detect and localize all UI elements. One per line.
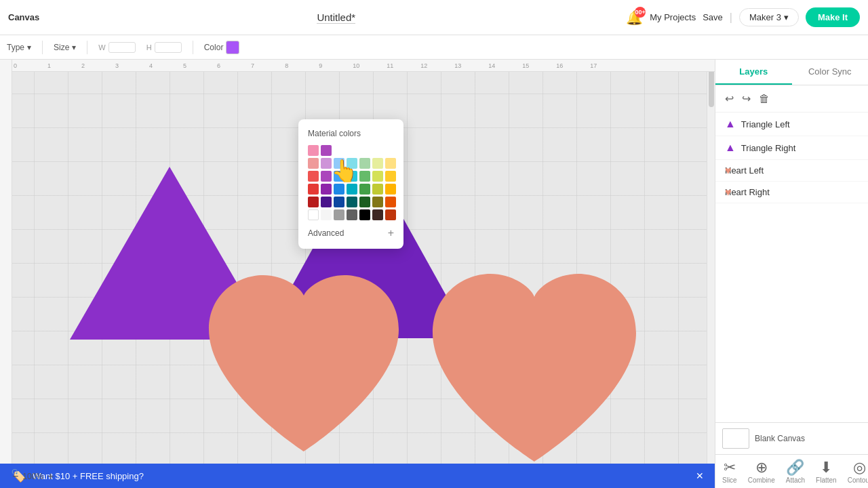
layer-item-heart-left[interactable]: ♥ Heart Left <box>715 160 868 182</box>
heart-icon: ♥ <box>725 186 732 199</box>
color-swatch-p200[interactable] <box>321 158 332 169</box>
color-picker-popup: Material colors <box>298 119 403 249</box>
width-input[interactable] <box>108 42 136 53</box>
combine-button[interactable]: ⊕ Combine <box>748 459 775 484</box>
color-swatch-c900[interactable] <box>347 197 357 207</box>
scrollbar-vertical-thumb[interactable] <box>709 66 714 107</box>
topbar: Canvas Untitled* 🔔 00+ My Projects Save … <box>0 0 868 35</box>
color-swatch-g900[interactable] <box>359 197 370 207</box>
color-swatch-l200[interactable] <box>372 158 383 169</box>
main-layout: 0 1 2 3 4 5 6 7 8 9 10 11 12 13 14 15 16… <box>0 60 868 488</box>
attach-button[interactable]: 🔗 Attach <box>786 459 805 484</box>
color-swatch-l400[interactable] <box>372 171 383 182</box>
make-it-button[interactable]: Make It <box>806 7 860 27</box>
bottom-toolbar: ✂ Slice ⊕ Combine 🔗 Attach ⬇ Flatten ◎ <box>715 454 868 488</box>
delete-button[interactable]: 🗑 <box>757 92 771 106</box>
height-input[interactable] <box>155 42 182 53</box>
layer-item-triangle-right[interactable]: ▲ Triangle Right <box>715 136 868 160</box>
width-label: W <box>98 43 105 52</box>
slice-button[interactable]: ✂ Slice <box>722 459 737 484</box>
color-swatch-g400[interactable] <box>359 171 370 182</box>
color-swatch-b900[interactable] <box>334 197 344 207</box>
heart-right-svg <box>412 262 656 479</box>
shape-heart-left[interactable] <box>195 262 412 474</box>
color-swatch-c200[interactable] <box>347 158 357 169</box>
color-swatch-p600[interactable] <box>321 184 332 195</box>
color-swatch-l900[interactable] <box>372 197 383 207</box>
color-swatch-r600[interactable] <box>308 184 319 195</box>
combine-label: Combine <box>748 476 775 484</box>
zoom-in-button[interactable]: + <box>47 470 54 483</box>
advanced-label: Advanced <box>308 228 344 238</box>
maker-select-button[interactable]: Maker 3 ▾ <box>739 8 799 26</box>
color-swatch-y400[interactable] <box>385 171 396 182</box>
add-color-button[interactable]: + <box>388 227 394 239</box>
zoom-out-button[interactable]: − <box>12 470 18 483</box>
scrollbar-vertical[interactable] <box>707 60 715 488</box>
color-swatch-c400[interactable] <box>347 171 357 182</box>
size-selector[interactable]: Size ▾ <box>54 43 76 52</box>
canvas-thumbnail[interactable]: Blank Canvas <box>715 422 868 454</box>
promo-banner[interactable]: 🏷️ Want $10 + FREE shipping? ✕ <box>0 464 715 488</box>
notifications-button[interactable]: 🔔 00+ <box>626 9 643 26</box>
color-swatch-o900[interactable] <box>385 197 396 207</box>
layer-label: Triangle Left <box>741 119 790 129</box>
canvas-thumb-preview <box>722 428 749 449</box>
width-input-group: W <box>98 42 135 53</box>
color-swatch-b200[interactable] <box>334 158 344 169</box>
promo-close-icon[interactable]: ✕ <box>696 470 704 481</box>
color-swatch-r400[interactable] <box>308 171 319 182</box>
color-swatch-purple[interactable] <box>321 145 332 156</box>
topbar-right: 🔔 00+ My Projects Save | Maker 3 ▾ Make … <box>626 7 860 27</box>
color-swatch-pink[interactable] <box>308 145 319 156</box>
color-swatch-g600[interactable] <box>359 184 370 195</box>
color-swatch-y600[interactable] <box>385 184 396 195</box>
flatten-button[interactable]: ⬇ Flatten <box>816 459 837 484</box>
color-swatch-b600[interactable] <box>334 184 344 195</box>
layer-item-triangle-left[interactable]: ▲ Triangle Left <box>715 113 868 136</box>
canvas-thumb-label: Blank Canvas <box>755 434 805 443</box>
contour-icon: ◎ <box>853 459 866 476</box>
ruler-vertical <box>0 60 12 488</box>
undo-button[interactable]: ↩ <box>724 91 735 106</box>
document-title: Untitled* <box>317 12 355 24</box>
color-swatch-brown[interactable] <box>372 209 383 220</box>
color-swatch-black[interactable] <box>359 209 370 220</box>
color-swatch-r200[interactable] <box>308 158 319 169</box>
panel-toolbar: ↩ ↪ 🗑 <box>715 85 868 113</box>
color-swatch-y200[interactable] <box>385 158 396 169</box>
canvas-area[interactable]: 0 1 2 3 4 5 6 7 8 9 10 11 12 13 14 15 16… <box>0 60 715 488</box>
color-swatch-p900[interactable] <box>321 197 332 207</box>
color-swatch-r900[interactable] <box>308 197 319 207</box>
shape-heart-right[interactable] <box>412 262 656 481</box>
color-swatch-b400[interactable] <box>334 171 344 182</box>
tab-color-sync[interactable]: Color Sync <box>792 60 869 85</box>
color-swatch-white[interactable] <box>308 209 319 220</box>
color-swatch-c600[interactable] <box>347 184 357 195</box>
color-swatch-empty <box>334 145 344 156</box>
attach-icon: 🔗 <box>786 459 804 476</box>
color-selector[interactable]: Color <box>204 41 240 54</box>
toolbar-divider-2 <box>87 41 87 54</box>
layer-item-heart-right[interactable]: ♥ Heart Right <box>715 182 868 203</box>
type-selector[interactable]: Type ▾ <box>7 43 31 52</box>
color-swatch-g200[interactable] <box>359 158 370 169</box>
color-swatch-deeporange[interactable] <box>385 209 396 220</box>
redo-button[interactable]: ↪ <box>741 91 752 106</box>
color-swatch-l600[interactable] <box>372 184 383 195</box>
toolbar-divider <box>42 41 43 54</box>
advanced-color-row[interactable]: Advanced + <box>308 227 394 239</box>
my-projects-button[interactable]: My Projects <box>650 12 696 22</box>
color-swatch-p400[interactable] <box>321 171 332 182</box>
color-swatch-gray100[interactable] <box>321 209 332 220</box>
color-swatch-gray700[interactable] <box>347 209 357 220</box>
contour-button[interactable]: ◎ Contour <box>848 459 868 484</box>
color-swatch-gray500[interactable] <box>334 209 344 220</box>
color-picker-title: Material colors <box>308 129 394 138</box>
color-swatch[interactable] <box>226 41 239 54</box>
flatten-icon: ⬇ <box>820 459 832 476</box>
save-button[interactable]: Save <box>703 12 723 22</box>
height-label: H <box>146 43 152 52</box>
combine-icon: ⊕ <box>755 459 768 476</box>
tab-layers[interactable]: Layers <box>715 60 792 85</box>
